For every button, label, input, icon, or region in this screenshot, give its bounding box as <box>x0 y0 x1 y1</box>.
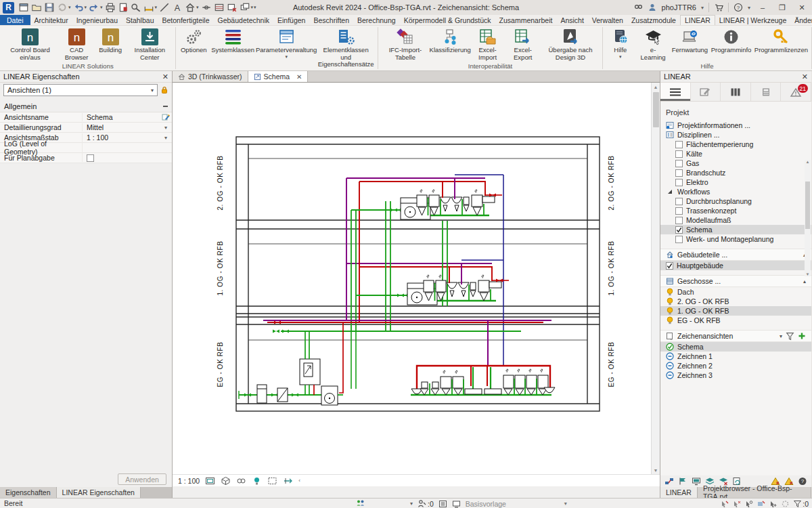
installation-center-button[interactable]: Installation Center <box>127 27 173 62</box>
e-learning-button[interactable]: e-Learning <box>637 27 669 62</box>
filter-icon[interactable] <box>793 500 802 508</box>
tab-linear-werkzeuge[interactable]: LINEAR | Werkzeuge <box>715 15 790 25</box>
tree-item-elektro[interactable]: Elektro <box>660 177 811 187</box>
text-icon[interactable]: A <box>172 2 183 13</box>
view-item-schema[interactable]: Schema <box>660 342 811 352</box>
lock-icon[interactable] <box>160 86 168 94</box>
visual-style-icon[interactable] <box>221 476 231 486</box>
tab-zusammenarbeit[interactable]: Zusammenarbeit <box>495 15 557 25</box>
view-item-zeichnen1[interactable]: Zeichnen 1 <box>660 352 811 361</box>
help-icon[interactable]: ? <box>734 3 743 12</box>
select-links-icon[interactable] <box>720 500 729 508</box>
close-icon[interactable]: ✕ <box>162 72 168 81</box>
redo-icon[interactable] <box>89 2 99 13</box>
open-icon[interactable] <box>31 2 42 13</box>
tab-linear-eigenschaften[interactable]: LINEAR Eigenschaften <box>57 487 141 498</box>
tree-item-hauptgebaeude[interactable]: Hauptgebäude <box>660 261 811 270</box>
checkbox-unchecked-icon[interactable] <box>675 207 683 215</box>
scroll-down-icon[interactable]: ▼ <box>806 272 810 276</box>
close-hidden-icon[interactable] <box>227 2 238 13</box>
scroll-up-icon[interactable]: ▲ <box>654 83 658 91</box>
checkbox-unchecked-icon[interactable] <box>675 160 683 167</box>
tab-berechnung[interactable]: Berechnung <box>353 15 400 25</box>
close-button[interactable]: ✕ <box>794 1 809 14</box>
section-zeichenansichten[interactable]: Zeichenansichten ▾ <box>660 330 811 342</box>
property-value[interactable]: 1 : 100 <box>83 133 160 142</box>
minimize-button[interactable]: – <box>755 1 770 14</box>
tab-ingenieurbau[interactable]: Ingenieurbau <box>72 15 122 25</box>
cart-icon[interactable] <box>714 3 723 12</box>
tree-item-brandschutz[interactable]: Brandschutz <box>660 168 811 177</box>
tab-datei[interactable]: Datei <box>0 15 30 25</box>
checkbox-checked-icon[interactable] <box>675 226 683 234</box>
dropdown-arrow-icon[interactable]: ▾ <box>68 5 71 10</box>
switch-windows-icon[interactable] <box>240 2 250 13</box>
control-board-button[interactable]: n Control Board ein/aus <box>3 27 58 62</box>
checkbox-unchecked-icon[interactable] <box>675 236 683 243</box>
user-name[interactable]: phoJTTR6 <box>662 3 696 12</box>
sync-icon[interactable] <box>57 2 68 13</box>
tab-zusatzmodule[interactable]: Zusatzmodule <box>627 15 680 25</box>
undo-icon[interactable] <box>73 2 84 13</box>
tab-ansicht[interactable]: Ansicht <box>556 15 587 25</box>
tab-aendern[interactable]: Ändern <box>790 15 812 25</box>
select-by-face-icon[interactable] <box>757 500 765 508</box>
elementklassen-button[interactable]: Elementklassen und Eigenschaftensätze <box>317 27 375 69</box>
save-icon[interactable] <box>44 2 55 13</box>
search-icon[interactable] <box>633 3 643 12</box>
tab-koerpermodell[interactable]: Körpermodell & Grundstück <box>400 15 495 25</box>
doc-tab-3d[interactable]: 3D (Trinkwasser) <box>173 71 248 82</box>
doc-tab-schema[interactable]: Schema ✕ <box>248 71 309 82</box>
checkbox-unchecked-icon[interactable] <box>675 179 683 186</box>
print-icon[interactable] <box>105 2 116 13</box>
tab-projektbrowser[interactable]: Projektbrowser - Office-Bsp-TGA.rvt <box>698 487 811 498</box>
klassifizierung-button[interactable]: Klassifizierung <box>431 27 470 55</box>
customize-qat-icon[interactable]: ▾ <box>254 5 256 10</box>
add-view-icon[interactable] <box>798 332 806 340</box>
cad-browser-button[interactable]: n CAD Browser <box>59 27 94 62</box>
constraints-icon[interactable] <box>283 476 293 486</box>
tab-stahlbau[interactable]: Stahlbau <box>122 15 158 25</box>
chevron-down-icon[interactable]: ▾ <box>780 333 782 339</box>
screen-share-icon[interactable] <box>692 477 701 486</box>
checkbox-unchecked-icon[interactable] <box>675 169 683 177</box>
help-menu-arrow-icon[interactable]: ▾ <box>748 5 750 11</box>
excel-export-button[interactable]: Excel-Export <box>506 27 540 62</box>
chevron-down-icon[interactable]: ▾ <box>410 501 413 507</box>
revit-logo-icon[interactable]: R <box>3 2 14 14</box>
editable-elements-icon[interactable] <box>418 500 426 508</box>
programmlizenzen-button[interactable]: Programmlizenzen <box>754 27 809 55</box>
excel-import-button[interactable]: Excel-Import <box>471 27 505 62</box>
tab-catalog[interactable] <box>721 83 751 101</box>
thin-lines-icon[interactable] <box>214 2 225 13</box>
tree-item-disciplines[interactable]: Disziplinen ... <box>660 130 811 140</box>
ifc-import-tabelle-button[interactable]: IFC-Import-Tabelle <box>381 27 430 62</box>
chevron-down-icon[interactable]: ▾ <box>160 135 172 141</box>
pipe-network-icon[interactable] <box>664 477 674 486</box>
tab-einfuegen[interactable]: Einfügen <box>273 15 309 25</box>
property-value[interactable]: Mittel <box>83 123 160 131</box>
drawing-canvas[interactable]: 2. OG - OK RFB 1. OG - OK RFB EG - OK RF… <box>173 83 660 474</box>
vertical-scrollbar[interactable]: ▲ ▼ <box>651 83 660 474</box>
tab-calculation[interactable] <box>751 83 782 101</box>
aligned-dimension-icon[interactable] <box>143 2 154 13</box>
section-header[interactable]: Allgemein <box>4 102 37 110</box>
tab-linear-palette[interactable]: LINEAR <box>660 487 698 498</box>
dropdown-arrow-icon[interactable]: ▾ <box>155 5 158 10</box>
collapse-icon[interactable] <box>163 106 168 107</box>
tab-warnings[interactable]: 21 <box>781 83 811 101</box>
scrollbar-thumb[interactable] <box>653 92 659 127</box>
optionen-button[interactable]: Optionen <box>179 27 208 55</box>
background-processes-icon[interactable] <box>781 500 790 508</box>
section-geschosse[interactable]: Geschosse ... ▴ <box>660 275 811 287</box>
tab-project-tree[interactable] <box>660 83 691 101</box>
window-icon[interactable] <box>18 2 29 13</box>
checkbox-unchecked-icon[interactable] <box>87 154 94 162</box>
tree-item-eg[interactable]: EG - OK RFB <box>660 316 811 325</box>
markup-doc-icon[interactable] <box>118 2 129 13</box>
restore-button[interactable]: ❐ <box>775 1 790 14</box>
tab-gebaeudetechnik[interactable]: Gebäudetechnik <box>214 15 273 25</box>
tree-item-modellaufmass[interactable]: Modellaufmaß <box>660 215 811 225</box>
scroll-up-icon[interactable]: ▲ <box>806 160 810 164</box>
systemklassen-button[interactable]: Systemklassen <box>210 27 256 55</box>
